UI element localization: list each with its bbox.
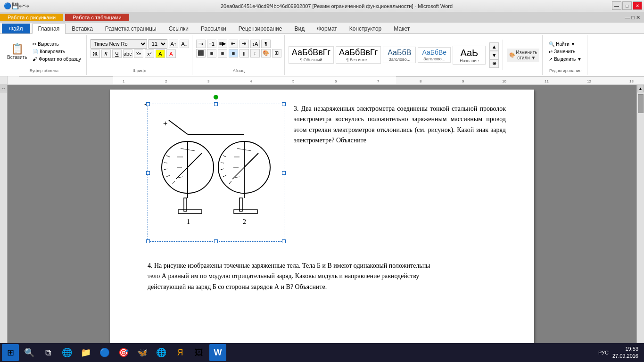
- ruler-btn[interactable]: ↔: [0, 85, 7, 92]
- strikethrough-btn[interactable]: abc: [123, 49, 132, 58]
- tab-constructor[interactable]: Конструктор: [343, 24, 388, 33]
- handle-tl[interactable]: [146, 102, 150, 106]
- format-painter-btn[interactable]: 🖌 Формат по образцу: [30, 56, 83, 63]
- handle-bm[interactable]: [214, 239, 218, 243]
- word-btn[interactable]: W: [209, 344, 226, 361]
- search-btn[interactable]: 🔍: [21, 344, 38, 361]
- handle-mr[interactable]: [282, 171, 286, 175]
- select-btn[interactable]: ↗ Выделить ▼: [546, 56, 584, 63]
- app2-btn[interactable]: 🎯: [115, 344, 132, 361]
- increase-indent-btn[interactable]: ⇥: [239, 40, 249, 48]
- svg-text:10: 10: [502, 79, 506, 83]
- bold-btn[interactable]: Ж: [91, 49, 100, 58]
- figure-box[interactable]: 1: [148, 104, 284, 242]
- styles-down-btn[interactable]: ▼: [489, 51, 499, 59]
- replace-btn[interactable]: ⇄ Заменить: [546, 48, 584, 55]
- tab-layout[interactable]: Разметка страницы: [99, 24, 163, 33]
- italic-btn[interactable]: К: [101, 49, 111, 58]
- shading-btn[interactable]: 🎨: [261, 49, 271, 58]
- tab-drawings[interactable]: Работа с рисунками: [0, 14, 63, 21]
- yandex-btn[interactable]: Я: [172, 344, 189, 361]
- handle-tm[interactable]: [214, 102, 218, 106]
- copy-btn[interactable]: 📄 Копировать: [30, 48, 83, 55]
- multilevel-list-btn[interactable]: ≡▶: [218, 40, 227, 48]
- tab-home[interactable]: Главная: [32, 24, 66, 34]
- document-page[interactable]: 1: [110, 90, 534, 346]
- handle-ml[interactable]: [146, 171, 150, 175]
- font-size-select[interactable]: 11: [149, 39, 167, 49]
- style-title[interactable]: АаЬ Название: [453, 46, 486, 65]
- scroll-thumb[interactable]: [638, 94, 644, 113]
- style-normal[interactable]: АаБбВвГг ¶ Обычный: [289, 46, 334, 64]
- align-right-btn[interactable]: ≡: [218, 49, 227, 58]
- rotate-handle[interactable]: [214, 95, 218, 99]
- font-shrink-btn[interactable]: A↓: [180, 40, 189, 48]
- svg-text:3: 3: [207, 79, 210, 83]
- highlight-btn[interactable]: A: [156, 49, 165, 58]
- font-color-btn[interactable]: A: [166, 49, 176, 58]
- explorer-btn[interactable]: 📁: [77, 344, 94, 361]
- paragraph-label: Абзац: [193, 68, 284, 73]
- column-btn[interactable]: ⫿: [239, 49, 249, 58]
- tab-view[interactable]: Вид: [288, 24, 311, 33]
- number-list-btn[interactable]: ≡1: [207, 40, 216, 48]
- svg-line-20: [188, 153, 202, 167]
- titlebar: 🔵💾↩↪ 20ea0ad6451e48cd9f4bc46d09902807 [Р…: [0, 0, 644, 12]
- tab-layout2[interactable]: Макет: [388, 24, 416, 33]
- tab-tables[interactable]: Работа с таблицами: [65, 14, 129, 21]
- bullet-list-btn[interactable]: ≡•: [196, 40, 206, 48]
- svg-text:8: 8: [420, 79, 422, 83]
- photos-btn[interactable]: 🖼: [190, 344, 207, 361]
- ruler-corner: [0, 76, 8, 84]
- style-no-spacing[interactable]: АаБбВвГг ¶ Без инте...: [336, 46, 381, 64]
- minimize-btn[interactable]: —: [612, 1, 621, 10]
- decrease-indent-btn[interactable]: ⇤: [229, 40, 238, 48]
- clipboard-group: 📋 Вставить ✂ Вырезать 📄 Копировать 🖌 Фор…: [2, 35, 87, 75]
- line-spacing-btn[interactable]: ↕: [250, 49, 260, 58]
- handle-br[interactable]: [282, 239, 286, 243]
- change-styles-btn-inner[interactable]: 🎨 Изменитьстили ▼: [507, 49, 539, 62]
- show-marks-btn[interactable]: ¶: [261, 40, 271, 48]
- underline-btn[interactable]: Ч: [112, 49, 122, 58]
- tab-mail[interactable]: Рассылки: [195, 24, 232, 33]
- chrome-btn[interactable]: 🌐: [153, 344, 170, 361]
- window-controls[interactable]: — □ ✕: [612, 1, 642, 10]
- start-btn[interactable]: ⊞: [2, 344, 19, 361]
- font-name-select[interactable]: Times New Ro: [91, 39, 147, 49]
- find-btn[interactable]: 🔍 Найти ▼: [546, 41, 584, 48]
- maximize-btn[interactable]: □: [622, 1, 632, 10]
- edge-btn[interactable]: 🌐: [58, 344, 75, 361]
- tab-insert[interactable]: Вставка: [66, 24, 99, 33]
- doc-area[interactable]: 1: [8, 85, 636, 351]
- tab-format[interactable]: Формат: [311, 24, 343, 33]
- styles-scroll[interactable]: ▲ ▼ ⊕: [489, 42, 499, 68]
- tab-links[interactable]: Ссылки: [163, 24, 195, 33]
- tab-file[interactable]: Файл: [2, 24, 30, 33]
- align-justify-btn[interactable]: ≡: [229, 49, 238, 58]
- svg-line-21: [176, 167, 188, 179]
- superscript-btn[interactable]: x²: [145, 49, 154, 58]
- sort-btn[interactable]: ↕A: [250, 40, 260, 48]
- styles-up-btn[interactable]: ▲: [489, 42, 499, 51]
- handle-bl[interactable]: [146, 239, 150, 243]
- right-scrollbar[interactable]: ▲ ▼: [636, 85, 644, 351]
- align-center-btn[interactable]: ≡: [207, 49, 216, 58]
- font-grow-btn[interactable]: A↑: [169, 40, 178, 48]
- subscript-btn[interactable]: x₂: [134, 49, 143, 58]
- task-view-btn[interactable]: ⧉: [40, 344, 57, 361]
- align-left-btn[interactable]: ⬛: [196, 49, 206, 58]
- app1-btn[interactable]: 🔵: [96, 344, 113, 361]
- ribbon: 📋 Вставить ✂ Вырезать 📄 Копировать 🖌 Фор…: [0, 34, 644, 76]
- cut-btn[interactable]: ✂ Вырезать: [30, 41, 83, 48]
- style-heading2[interactable]: АаБбВе Заголово...: [418, 47, 451, 63]
- handle-tr[interactable]: [282, 102, 286, 106]
- svg-line-25: [166, 175, 170, 177]
- styles-more-btn[interactable]: ⊕: [489, 59, 499, 68]
- style-heading1[interactable]: АаБбВ Заголово...: [383, 47, 416, 63]
- tab-review[interactable]: Рецензирование: [232, 24, 289, 33]
- border-btn[interactable]: ⊞: [272, 49, 281, 58]
- scroll-up-btn[interactable]: ▲: [637, 85, 644, 92]
- app3-btn[interactable]: 🦋: [134, 344, 151, 361]
- close-btn[interactable]: ✕: [633, 1, 642, 10]
- paste-btn[interactable]: 📋 Вставить: [5, 42, 29, 61]
